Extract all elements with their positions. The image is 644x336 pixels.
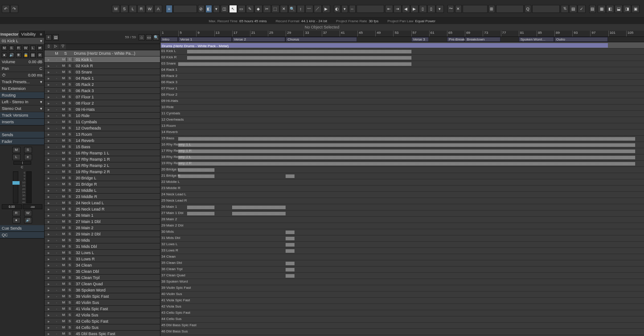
track-mute-button[interactable]: M <box>61 89 67 93</box>
inspector-expand-icon[interactable]: ▾ <box>40 39 42 43</box>
track-row[interactable]: ▸ · M S 44 Cello Sus <box>45 324 160 331</box>
automation-icon[interactable]: · <box>53 95 61 99</box>
automation-icon[interactable]: · <box>53 226 61 230</box>
dropdown-icon[interactable]: ▾ <box>213 5 220 13</box>
agents-icon[interactable]: ▭ <box>146 34 152 40</box>
track-solo-button[interactable]: S <box>67 132 73 136</box>
lane-row[interactable]: 11 Cymbals <box>160 111 644 117</box>
lane-row[interactable]: 37 Clean Quad <box>160 273 644 279</box>
track-row[interactable]: ▸ · M S 28 Main 2 <box>45 225 160 231</box>
expand-icon[interactable]: ▸ <box>45 213 53 218</box>
expand-icon[interactable]: ▸ <box>45 201 53 205</box>
listen-button[interactable]: L <box>129 5 137 13</box>
track-mute-button[interactable]: M <box>61 107 67 111</box>
lane-row[interactable]: 28 Main 2 <box>160 217 644 223</box>
track-row[interactable]: ▸ · M S 32 Lows L <box>45 250 160 256</box>
expand-icon[interactable]: ▸ <box>45 101 53 105</box>
track-mute-button[interactable]: M <box>61 151 67 155</box>
automation-icon[interactable]: · <box>53 244 61 249</box>
lane-row[interactable]: 04 Rack 1 <box>160 67 644 73</box>
inspector-track-header[interactable]: 01 Kick L ▾ <box>0 38 44 45</box>
track-solo-button[interactable]: S <box>67 332 73 336</box>
track-solo-button[interactable]: S <box>67 163 73 167</box>
track-solo-button[interactable]: S <box>67 64 73 68</box>
open-editor-icon[interactable]: ▤ <box>589 5 596 13</box>
draw-tool-icon[interactable]: ✎ <box>246 5 254 13</box>
solo-button[interactable]: S <box>120 5 128 13</box>
lane-row[interactable]: 42 Viola Sus <box>160 304 644 310</box>
tab-menu-icon[interactable]: ≡ <box>38 31 44 38</box>
lane-row[interactable]: 08 Floor 2 <box>160 92 644 98</box>
color-dropdown-icon[interactable]: ▾ <box>341 5 348 13</box>
tab-inspector[interactable]: Inspector <box>0 31 19 38</box>
cue-sends-section[interactable]: Cue Sends <box>0 225 44 232</box>
expand-icon[interactable]: ▸ <box>45 238 53 243</box>
lane-row[interactable]: 36 Clean Trpl <box>160 267 644 273</box>
automation-icon[interactable]: · <box>53 213 61 218</box>
track-row[interactable]: ▸ · M S 07 Floor 1 <box>45 94 160 100</box>
snap-toggle-icon[interactable]: ↔ <box>349 5 356 13</box>
track-solo-button[interactable]: S <box>67 101 73 105</box>
fader-s-button[interactable]: S <box>24 147 32 153</box>
automation-icon[interactable]: · <box>53 163 61 168</box>
lane-row[interactable]: 02 Kick R <box>160 55 644 61</box>
automation-icon[interactable]: · <box>53 275 61 280</box>
lane-row[interactable]: 13 Room <box>160 123 644 130</box>
track-mute-button[interactable]: M <box>61 213 67 217</box>
track-mute-button[interactable]: M <box>61 319 67 323</box>
expand-icon[interactable]: ▸ <box>45 145 53 149</box>
automation-icon[interactable]: · <box>53 76 61 81</box>
expand-icon[interactable]: ▸ <box>45 275 53 280</box>
track-mute-button[interactable]: M <box>61 120 67 124</box>
track-mute-button[interactable]: M <box>61 163 67 167</box>
expand-icon[interactable]: ▸ <box>45 307 53 311</box>
insp-lane-button[interactable]: ▤ <box>30 53 36 58</box>
expand-icon[interactable]: ▸ <box>45 288 53 292</box>
ruler[interactable]: 1591317212529333741454953576165697377818… <box>160 31 644 37</box>
lane-row[interactable]: 23 Middle R <box>160 186 644 192</box>
left-zone-icon[interactable]: ◧ <box>606 5 614 13</box>
track-mute-button[interactable]: M <box>61 232 67 236</box>
track-mute-button[interactable]: M <box>61 300 67 304</box>
automation-icon[interactable]: · <box>53 89 61 93</box>
nudge-start-icon[interactable]: ⇤ <box>385 5 393 13</box>
marker[interactable]: Pre-Breakdown <box>447 37 464 42</box>
expand-icon[interactable]: ▸ <box>45 325 53 330</box>
audio-clip[interactable] <box>232 206 286 209</box>
fader-pan[interactable] <box>13 161 31 165</box>
automation-icon[interactable]: · <box>53 151 61 155</box>
expand-icon[interactable]: ▸ <box>45 332 53 336</box>
track-solo-button[interactable]: S <box>67 232 73 236</box>
automation-icon[interactable]: · <box>53 332 61 336</box>
automation-icon[interactable]: · <box>53 182 61 186</box>
automation-icon[interactable]: · <box>53 319 61 324</box>
expand-icon[interactable]: ▸ <box>45 170 53 174</box>
track-mute-button[interactable]: M <box>61 176 67 180</box>
track-row[interactable]: ▸ · M S 39 Violin Spic Fast <box>45 293 160 300</box>
grid-type-select[interactable]: Grid <box>463 5 488 13</box>
automation-icon[interactable]: · <box>53 307 61 311</box>
expand-icon[interactable]: ▸ <box>45 313 53 317</box>
audio-clip[interactable] <box>178 174 214 178</box>
track-solo-button[interactable]: S <box>67 157 73 161</box>
track-mute-button[interactable]: M <box>61 145 67 149</box>
track-row[interactable]: ▸ · M S 14 Reverb <box>45 138 160 144</box>
lane-row[interactable]: 16 Rhy Reamp 1 L <box>160 142 644 148</box>
fader-rec-button[interactable]: ● <box>12 217 21 223</box>
automation-icon[interactable]: · <box>53 113 61 118</box>
track-mute-button[interactable]: M <box>61 307 67 311</box>
track-mute-button[interactable]: M <box>61 188 67 192</box>
track-mute-button[interactable]: M <box>61 82 67 86</box>
insp-m-button[interactable]: M <box>2 45 7 51</box>
track-mute-button[interactable]: M <box>61 244 67 248</box>
expand-icon[interactable]: ▸ <box>45 207 53 211</box>
track-mute-button[interactable]: M <box>61 251 67 255</box>
marker[interactable]: Verse 1 <box>178 37 232 42</box>
track-row[interactable]: ▸ · M S 18 Rhy Reamp 2 L <box>45 162 160 169</box>
marker[interactable]: Chorus <box>286 37 357 42</box>
track-row[interactable]: ▸ · M S 24 Neck Lead L <box>45 200 160 206</box>
lane-row[interactable]: 09 Hi-Hats <box>160 98 644 105</box>
lane-row[interactable]: 35 Clean Dbl <box>160 260 644 267</box>
automation-icon[interactable]: · <box>53 107 61 112</box>
marker[interactable]: Verse 2 <box>232 37 286 42</box>
